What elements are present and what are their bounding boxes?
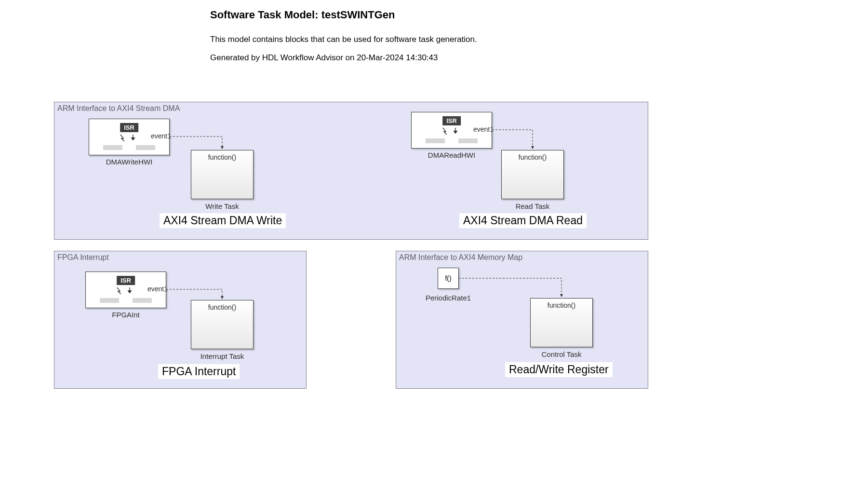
isr-arrows-icon bbox=[120, 134, 139, 141]
function-block-interrupt-task[interactable]: function() bbox=[191, 300, 254, 349]
signal-line bbox=[492, 130, 540, 151]
func-block-label: Control Task bbox=[530, 350, 593, 358]
fcall-text: f() bbox=[445, 274, 451, 282]
isr-badge: ISR bbox=[117, 276, 135, 285]
isr-bars-icon bbox=[86, 298, 166, 303]
isr-block-label: DMAWriteHWI bbox=[89, 158, 170, 166]
generated-line: Generated by HDL Workflow Advisor on 20-… bbox=[210, 53, 477, 63]
fcall-block-periodicrate1[interactable]: f() bbox=[438, 268, 459, 289]
isr-arrows-icon bbox=[116, 286, 135, 294]
fcall-block-label: PeriodicRate1 bbox=[423, 294, 473, 302]
region-label: FPGA Interrupt bbox=[57, 253, 109, 262]
func-trigger-text: function() bbox=[502, 153, 563, 161]
func-block-label: Read Task bbox=[501, 202, 564, 210]
header: Software Task Model: testSWINTGen This m… bbox=[210, 9, 477, 71]
region-label: ARM Interface to AXI4 Memory Map bbox=[399, 253, 522, 262]
isr-bars-icon bbox=[89, 145, 169, 150]
func-trigger-text: function() bbox=[191, 153, 253, 161]
model-description: This model contains blocks that can be u… bbox=[210, 35, 477, 44]
isr-badge: ISR bbox=[442, 116, 461, 125]
func-trigger-text: function() bbox=[191, 303, 253, 311]
subtitle: AXI4 Stream DMA Read bbox=[459, 213, 587, 228]
func-block-label: Write Task bbox=[191, 202, 254, 210]
function-block-control-task[interactable]: function() bbox=[530, 298, 593, 347]
isr-block-label: FPGAInt bbox=[85, 311, 166, 319]
subtitle: FPGA Interrupt bbox=[158, 364, 240, 379]
function-block-write-task[interactable]: function() bbox=[191, 150, 254, 199]
isr-block-label: DMAReadHWI bbox=[411, 151, 492, 159]
region-fpga-interrupt: FPGA Interrupt ISR FPGAInt event1 functi… bbox=[54, 251, 307, 389]
signal-line bbox=[170, 136, 227, 151]
port-label: event1 bbox=[147, 285, 168, 293]
function-block-read-task[interactable]: function() bbox=[501, 150, 564, 199]
region-axi4-stream-dma: ARM Interface to AXI4 Stream DMA ISR DMA… bbox=[54, 102, 648, 240]
region-axi4-memory-map: ARM Interface to AXI4 Memory Map f() Per… bbox=[396, 251, 648, 389]
signal-line bbox=[459, 278, 567, 299]
func-block-label: Interrupt Task bbox=[191, 352, 254, 360]
model-title: Software Task Model: testSWINTGen bbox=[210, 9, 477, 21]
func-trigger-text: function() bbox=[531, 301, 592, 309]
port-label: event1 bbox=[473, 125, 494, 133]
subtitle: Read/Write Register bbox=[505, 362, 613, 377]
port-label: event1 bbox=[151, 132, 171, 140]
isr-bars-icon bbox=[412, 138, 492, 143]
isr-arrows-icon bbox=[442, 127, 461, 135]
isr-badge: ISR bbox=[120, 123, 138, 132]
region-label: ARM Interface to AXI4 Stream DMA bbox=[57, 104, 180, 113]
subtitle: AXI4 Stream DMA Write bbox=[160, 213, 286, 228]
